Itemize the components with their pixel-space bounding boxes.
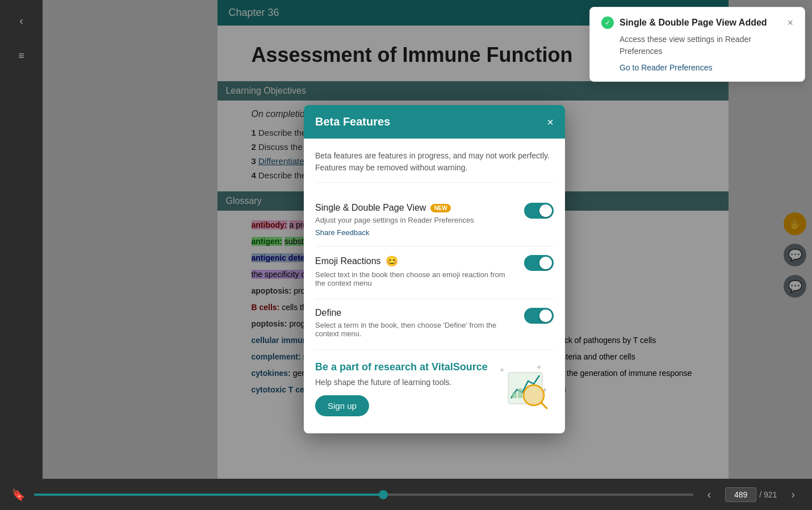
modal-close-button[interactable]: × (547, 116, 554, 128)
progress-handle[interactable] (379, 490, 388, 499)
toast-link[interactable]: Go to Reader Preferences (620, 63, 793, 72)
page-input-container: / 921 (725, 487, 777, 502)
sidebar: ‹ ≡ (0, 0, 43, 510)
svg-text:+: + (500, 365, 504, 374)
research-text: Be a part of research at VitalSource Hel… (315, 361, 488, 416)
svg-text:+: + (537, 362, 541, 371)
toggle-track (524, 255, 554, 271)
toast-check-icon: ✓ (601, 16, 614, 29)
beta-features-modal: Beta Features × Beta features are featur… (304, 105, 565, 433)
toggle-thumb (539, 257, 552, 269)
toast-title: Single & Double Page View Added (620, 18, 781, 28)
page-number-input[interactable] (725, 487, 756, 502)
feature-item-emoji: Emoji Reactions 😊 Select text in the boo… (315, 246, 554, 299)
toast-header: ✓ Single & Double Page View Added × (601, 16, 793, 29)
feature-name-row: Single & Double Page View New (315, 203, 516, 213)
modal-body: Beta features are features in progress, … (304, 139, 565, 433)
feature-emoji-icon: 😊 (386, 255, 398, 267)
research-desc: Help shape the future of learning tools. (315, 378, 488, 387)
modal-header: Beta Features × (304, 105, 565, 139)
feature-name-define: Define (315, 308, 341, 318)
toggle-thumb (539, 310, 552, 322)
next-page-button[interactable]: › (785, 485, 801, 504)
research-title: Be a part of research at VitalSource (315, 361, 488, 373)
share-feedback-link[interactable]: Share Feedback (315, 228, 369, 237)
svg-rect-8 (518, 388, 522, 398)
feature-info-emoji: Emoji Reactions 😊 Select text in the boo… (315, 255, 516, 290)
feature-name-emoji: Emoji Reactions (315, 256, 381, 266)
toggle-thumb (539, 204, 552, 217)
feature-item-define: Define Select a term in the book, then c… (315, 299, 554, 350)
new-badge: New (430, 204, 450, 212)
back-button[interactable]: ‹ (16, 11, 26, 30)
toast-close-button[interactable]: × (787, 18, 793, 28)
feature-name-page-view: Single & Double Page View (315, 203, 426, 213)
progress-bar-fill (34, 494, 383, 496)
feature-info-define: Define Select a term in the book, then c… (315, 308, 516, 341)
progress-bar[interactable] (34, 494, 693, 496)
modal-description: Beta features are features in progress, … (315, 150, 554, 183)
feature-desc-page-view: Adjust your page settings in Reader Pref… (315, 216, 516, 224)
toggle-track (524, 308, 554, 324)
sign-up-button[interactable]: Sign up (315, 395, 369, 416)
feature-name-row-emoji: Emoji Reactions 😊 (315, 255, 516, 267)
prev-page-button[interactable]: ‹ (702, 485, 717, 504)
bottom-bar: 🔖 ‹ / 921 › (0, 479, 812, 510)
feature-name-row-define: Define (315, 308, 516, 318)
feature-desc-define: Select a term in the book, then choose '… (315, 321, 516, 338)
toast-description: Access these view settings in Reader Pre… (620, 34, 793, 57)
total-pages: / 921 (759, 490, 777, 499)
bookmark-icon[interactable]: 🔖 (11, 488, 26, 501)
research-section: Be a part of research at VitalSource Hel… (315, 350, 554, 422)
toggle-track (524, 203, 554, 219)
modal-title: Beta Features (315, 115, 390, 128)
research-illustration: + + + + (497, 361, 554, 412)
svg-line-6 (541, 403, 547, 408)
feature-toggle-define[interactable] (524, 308, 554, 324)
feature-info-page-view: Single & Double Page View New Adjust you… (315, 203, 516, 237)
feature-item-page-view: Single & Double Page View New Adjust you… (315, 194, 554, 246)
feature-desc-emoji: Select text in the book then choose an e… (315, 270, 516, 287)
feature-toggle-emoji[interactable] (524, 255, 554, 271)
notification-toast: ✓ Single & Double Page View Added × Acce… (589, 7, 805, 82)
svg-rect-7 (512, 392, 517, 398)
feature-toggle-page-view[interactable] (524, 203, 554, 219)
menu-button[interactable]: ≡ (15, 47, 27, 65)
